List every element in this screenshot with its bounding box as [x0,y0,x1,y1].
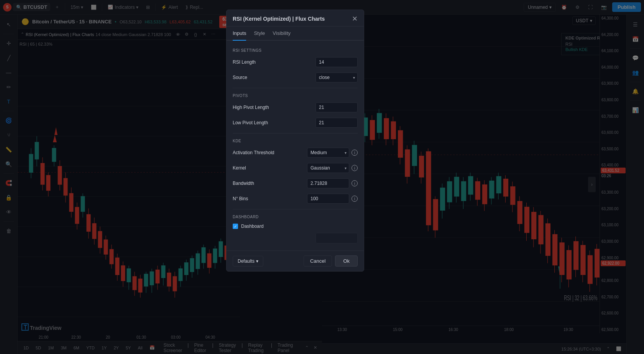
defaults-button[interactable]: Defaults ▾ [233,256,263,267]
bins-control: i [307,194,358,204]
divider1 [233,88,358,88]
modal-title: RSI (Kernel Optimized) | Flux Charts [233,16,325,22]
modal-overlay: RSI (Kernel Optimized) | Flux Charts ✕ I… [0,0,644,354]
activation-select-wrapper: Low Medium High ▾ [307,148,349,158]
kernel-control: Gaussian Epanechnikov Uniform ▾ i [307,163,358,173]
check-icon: ✓ [234,224,237,229]
source-label: Source [233,75,315,80]
activation-info-icon[interactable]: i [352,150,358,156]
low-pivot-input[interactable] [315,118,358,128]
low-pivot-row: Low Pivot Length [233,118,358,128]
activation-threshold-select[interactable]: Low Medium High [307,148,349,158]
modal-header: RSI (Kernel Optimized) | Flux Charts ✕ [227,10,364,26]
high-pivot-input[interactable] [315,102,358,112]
bandwidth-input[interactable] [307,178,349,188]
dashboard-section-label: DASHBOARD [233,215,358,219]
activation-threshold-row: Activation Threshold Low Medium High ▾ i [233,148,358,158]
bandwidth-control: i [307,178,358,188]
cancel-button[interactable]: Cancel [304,255,332,267]
modal-footer: Defaults ▾ Cancel Ok [227,250,364,271]
modal-content: RSI SETTINGS RSI Length Source close ope… [227,41,364,250]
tab-visibility[interactable]: Visibility [273,26,291,41]
defaults-label: Defaults [238,259,255,264]
ok-button[interactable]: Ok [335,255,358,267]
modal-close-button[interactable]: ✕ [352,15,358,22]
divider2 [233,133,358,133]
tab-inputs[interactable]: Inputs [233,26,246,41]
source-select[interactable]: close open high low hl2 hlc3 ohlc4 [315,72,358,82]
kernel-info-icon[interactable]: i [352,165,358,171]
bins-label: N° Bins [233,196,307,201]
high-pivot-row: High Pivot Length [233,102,358,112]
kde-label: KDE [233,139,358,143]
bandwidth-label: Bandwidth [233,181,307,186]
modal-tabs: Inputs Style Visibility [227,26,364,41]
rsi-length-input[interactable] [315,57,358,67]
footer-actions: Cancel Ok [304,255,358,267]
rsi-settings-label: RSI SETTINGS [233,48,358,53]
pivots-label: PIVOTS [233,94,358,98]
bins-row: N° Bins i [233,194,358,204]
indicator-settings-modal: RSI (Kernel Optimized) | Flux Charts ✕ I… [226,10,364,272]
bandwidth-info-icon[interactable]: i [352,180,358,186]
additional-fields [233,233,358,244]
divider3 [233,209,358,209]
dashboard-checkbox[interactable]: ✓ [233,224,238,229]
source-row: Source close open high low hl2 hlc3 ohlc… [233,72,358,82]
bins-input[interactable] [307,194,349,204]
kernel-select[interactable]: Gaussian Epanechnikov Uniform [307,163,349,173]
dashboard-checkbox-label: Dashboard [241,224,264,229]
activation-threshold-control: Low Medium High ▾ i [307,148,358,158]
high-pivot-label: High Pivot Length [233,105,315,110]
low-pivot-label: Low Pivot Length [233,120,315,125]
bins-info-icon[interactable]: i [352,196,358,202]
kernel-select-wrapper: Gaussian Epanechnikov Uniform ▾ [307,163,349,173]
rsi-length-label: RSI Length [233,59,315,65]
defaults-chevron-icon: ▾ [256,259,258,264]
kernel-row: Kernel Gaussian Epanechnikov Uniform ▾ i [233,163,358,173]
activation-threshold-label: Activation Threshold [233,150,307,155]
tab-style[interactable]: Style [254,26,265,41]
kernel-label: Kernel [233,165,307,171]
dashboard-checkbox-row: ✓ Dashboard [233,224,358,229]
rsi-length-row: RSI Length [233,57,358,67]
source-select-wrapper: close open high low hl2 hlc3 ohlc4 ▾ [315,72,358,82]
bandwidth-row: Bandwidth i [233,178,358,188]
